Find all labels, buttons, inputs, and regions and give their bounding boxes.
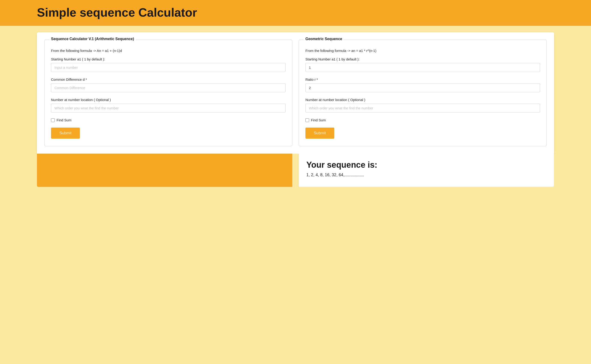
result-title: Your sequence is:: [306, 160, 546, 170]
arithmetic-find-sum-label: Find Sum: [57, 118, 71, 122]
cards-row: Sequence Calculator V.1 (Arithmetic Sequ…: [44, 40, 547, 146]
arithmetic-location-input[interactable]: [51, 104, 286, 113]
arithmetic-starting-number-input[interactable]: [51, 63, 286, 72]
arithmetic-starting-number-group: Starting Number a1 ( 1 by default ):: [51, 57, 286, 72]
arithmetic-card-title: Sequence Calculator V.1 (Arithmetic Sequ…: [49, 37, 136, 41]
main-panel: Sequence Calculator V.1 (Arithmetic Sequ…: [37, 32, 554, 154]
arithmetic-find-sum-checkbox[interactable]: [51, 118, 55, 122]
geometric-ratio-group: Ratio r *: [305, 78, 540, 92]
geometric-card: Geometric Sequence From the following fo…: [299, 40, 547, 146]
result-left-decoration: [37, 154, 292, 187]
arithmetic-card: Sequence Calculator V.1 (Arithmetic Sequ…: [44, 40, 292, 146]
arithmetic-find-sum-row: Find Sum: [51, 118, 286, 122]
arithmetic-common-diff-label: Common Difference d *: [51, 78, 286, 81]
geometric-card-title: Geometric Sequence: [304, 37, 344, 41]
geometric-starting-number-input[interactable]: [305, 63, 540, 72]
arithmetic-submit-button[interactable]: Submit: [51, 128, 80, 139]
geometric-location-group: Number at number location ( Optional ): [305, 98, 540, 113]
geometric-submit-button[interactable]: Submit: [305, 128, 334, 139]
arithmetic-formula: From the following formula -> An = a1 + …: [51, 49, 286, 52]
cards-container: Sequence Calculator V.1 (Arithmetic Sequ…: [37, 32, 554, 154]
geometric-find-sum-checkbox[interactable]: [305, 118, 309, 122]
gap-decoration: [292, 154, 299, 187]
geometric-location-input[interactable]: [305, 104, 540, 113]
result-panel: Your sequence is: 1, 2, 4, 8, 16, 32, 64…: [299, 154, 554, 187]
result-value: 1, 2, 4, 8, 16, 32, 64,.................: [306, 173, 546, 177]
page-header: Simple sequence Calculator: [0, 0, 591, 26]
arithmetic-common-diff-group: Common Difference d *: [51, 78, 286, 92]
arithmetic-location-group: Number at number location ( Optional ): [51, 98, 286, 113]
geometric-ratio-input[interactable]: [305, 83, 540, 92]
result-area: Your sequence is: 1, 2, 4, 8, 16, 32, 64…: [37, 154, 554, 187]
geometric-find-sum-row: Find Sum: [305, 118, 540, 122]
geometric-ratio-label: Ratio r *: [305, 78, 540, 81]
page-title: Simple sequence Calculator: [37, 6, 582, 19]
arithmetic-starting-number-label: Starting Number a1 ( 1 by default ):: [51, 57, 286, 61]
geometric-location-label: Number at number location ( Optional ): [305, 98, 540, 102]
geometric-starting-number-group: Starting Number a1 ( 1 by default ):: [305, 57, 540, 72]
geometric-find-sum-label: Find Sum: [311, 118, 326, 122]
geometric-formula: From the following formula -> an = a1 * …: [305, 49, 540, 52]
arithmetic-location-label: Number at number location ( Optional ): [51, 98, 286, 102]
geometric-starting-number-label: Starting Number a1 ( 1 by default ):: [305, 57, 540, 61]
arithmetic-common-diff-input[interactable]: [51, 83, 286, 92]
